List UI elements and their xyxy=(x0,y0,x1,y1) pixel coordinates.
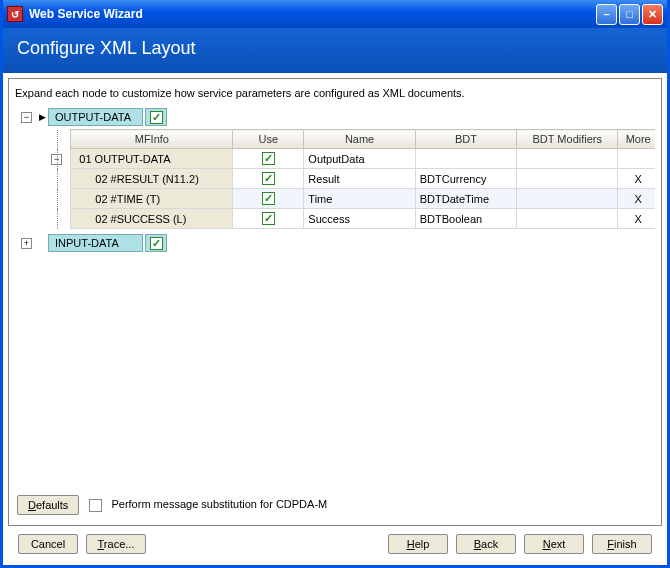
defaults-button[interactable]: Defaults xyxy=(17,495,79,515)
page-title: Configure XML Layout xyxy=(17,38,195,58)
table-row[interactable]: 02 #RESULT (N11.2)✓ResultBDTCurrencyX xyxy=(47,169,655,189)
subst-text: Perform message substitution for CDPDA-M xyxy=(111,498,327,510)
col-name[interactable]: Name xyxy=(304,130,415,149)
footer: Cancel Trace... Help Back Next Finish xyxy=(8,526,662,560)
back-button[interactable]: Back xyxy=(456,534,516,554)
cell-bdtmod[interactable] xyxy=(517,169,618,189)
grid-header-row: MFInfo Use Name BDT BDT Modifiers More xyxy=(47,130,655,149)
cell-mfinfo[interactable]: 02 #SUCCESS (L) xyxy=(71,209,233,229)
finish-button[interactable]: Finish xyxy=(592,534,652,554)
cell-name[interactable]: OutputData xyxy=(304,149,415,169)
use-checkbox[interactable]: ✓ xyxy=(262,212,275,225)
arrow-icon: ▶ xyxy=(36,109,48,125)
tree-node-output: − ▶ OUTPUT-DATA ✓ xyxy=(21,107,655,127)
cancel-button[interactable]: Cancel xyxy=(18,534,78,554)
cell-use[interactable]: ✓ xyxy=(233,209,304,229)
table-row[interactable]: 02 #SUCCESS (L)✓SuccessBDTBooleanX xyxy=(47,209,655,229)
cell-use[interactable]: ✓ xyxy=(233,149,304,169)
cell-more[interactable]: X xyxy=(618,209,655,229)
cell-bdt[interactable]: BDTBoolean xyxy=(415,209,516,229)
col-use[interactable]: Use xyxy=(233,130,304,149)
col-more[interactable]: More xyxy=(618,130,655,149)
cell-mfinfo[interactable]: 02 #RESULT (N11.2) xyxy=(71,169,233,189)
cell-bdt[interactable] xyxy=(415,149,516,169)
table-row[interactable]: −01 OUTPUT-DATA✓OutputData xyxy=(47,149,655,169)
cell-mfinfo[interactable]: 01 OUTPUT-DATA xyxy=(71,149,233,169)
subst-checkbox-label[interactable]: Perform message substitution for CDPDA-M xyxy=(89,498,327,512)
trace-button[interactable]: Trace... xyxy=(86,534,146,554)
window-title: Web Service Wizard xyxy=(29,7,143,21)
cell-more[interactable]: X xyxy=(618,189,655,209)
cell-bdtmod[interactable] xyxy=(517,189,618,209)
next-button[interactable]: Next xyxy=(524,534,584,554)
node-label-input[interactable]: INPUT-DATA xyxy=(48,234,143,252)
instruction-text: Expand each node to customize how servic… xyxy=(15,87,655,99)
tree-node-input: + INPUT-DATA ✓ xyxy=(21,233,655,253)
help-button[interactable]: Help xyxy=(388,534,448,554)
subst-checkbox[interactable] xyxy=(89,499,102,512)
node-check-output[interactable]: ✓ xyxy=(145,108,167,126)
expand-icon[interactable]: + xyxy=(21,238,32,249)
use-checkbox[interactable]: ✓ xyxy=(262,192,275,205)
cell-more[interactable]: X xyxy=(618,169,655,189)
minimize-button[interactable]: – xyxy=(596,4,617,25)
titlebar: ↺ Web Service Wizard – □ ✕ xyxy=(3,0,667,28)
node-check-input[interactable]: ✓ xyxy=(145,234,167,252)
arrow-spacer xyxy=(36,235,48,251)
cell-use[interactable]: ✓ xyxy=(233,169,304,189)
cell-use[interactable]: ✓ xyxy=(233,189,304,209)
row-collapse-icon[interactable]: − xyxy=(51,154,62,165)
cell-bdt[interactable]: BDTDateTime xyxy=(415,189,516,209)
col-bdtmod[interactable]: BDT Modifiers xyxy=(517,130,618,149)
cell-name[interactable]: Result xyxy=(304,169,415,189)
wizard-window: ↺ Web Service Wizard – □ ✕ Configure XML… xyxy=(0,0,670,568)
page-header: Configure XML Layout xyxy=(3,28,667,73)
use-checkbox[interactable]: ✓ xyxy=(262,172,275,185)
node-label-output[interactable]: OUTPUT-DATA xyxy=(48,108,143,126)
cell-more[interactable] xyxy=(618,149,655,169)
cell-name[interactable]: Time xyxy=(304,189,415,209)
maximize-button[interactable]: □ xyxy=(619,4,640,25)
cell-bdtmod[interactable] xyxy=(517,209,618,229)
xml-layout-grid: MFInfo Use Name BDT BDT Modifiers More −… xyxy=(47,129,655,229)
options-row: Defaults Perform message substitution fo… xyxy=(15,491,655,519)
collapse-icon[interactable]: − xyxy=(21,112,32,123)
cell-bdt[interactable]: BDTCurrency xyxy=(415,169,516,189)
close-button[interactable]: ✕ xyxy=(642,4,663,25)
app-icon: ↺ xyxy=(7,6,23,22)
content: Expand each node to customize how servic… xyxy=(3,73,667,565)
tree-area: − ▶ OUTPUT-DATA ✓ MFInfo Use Name BDT xyxy=(15,107,655,491)
table-row[interactable]: 02 #TIME (T)✓TimeBDTDateTimeX xyxy=(47,189,655,209)
cell-name[interactable]: Success xyxy=(304,209,415,229)
cell-bdtmod[interactable] xyxy=(517,149,618,169)
col-bdt[interactable]: BDT xyxy=(415,130,516,149)
cell-mfinfo[interactable]: 02 #TIME (T) xyxy=(71,189,233,209)
use-checkbox[interactable]: ✓ xyxy=(262,152,275,165)
inner-frame: Expand each node to customize how servic… xyxy=(8,78,662,526)
col-mfinfo[interactable]: MFInfo xyxy=(71,130,233,149)
